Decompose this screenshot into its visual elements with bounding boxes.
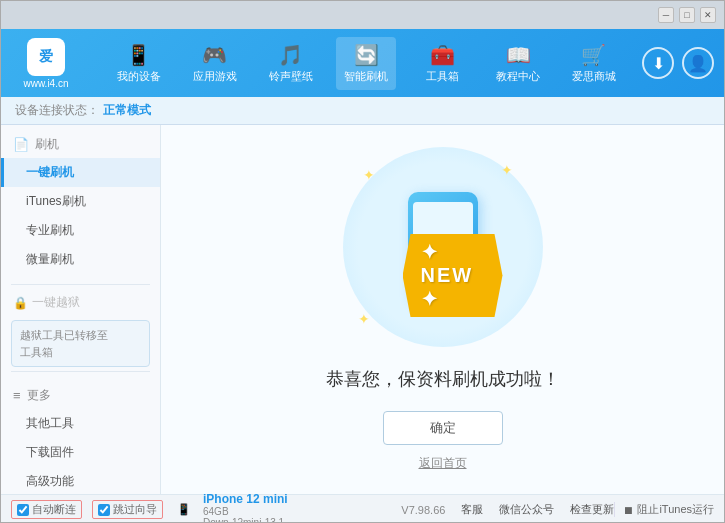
close-button[interactable]: ✕ bbox=[700, 7, 716, 23]
bottom-right: V7.98.66 客服 微信公众号 检查更新 bbox=[401, 502, 614, 517]
sidebar-other-tools-label: 其他工具 bbox=[26, 416, 74, 430]
toolbox-icon: 🧰 bbox=[430, 43, 455, 67]
support-link[interactable]: 客服 bbox=[461, 502, 483, 517]
title-bar: ─ □ ✕ bbox=[1, 1, 724, 29]
sidebar-micro-label: 微量刷机 bbox=[26, 252, 74, 266]
sidebar: 📄 刷机 一键刷机 iTunes刷机 专业刷机 微量刷机 🔒 bbox=[1, 125, 161, 494]
nav-device-label: 我的设备 bbox=[117, 69, 161, 84]
sidebar-item-download-firmware[interactable]: 下载固件 bbox=[1, 438, 160, 467]
nav-toolbox[interactable]: 🧰 工具箱 bbox=[412, 37, 472, 90]
sidebar-more-label: 更多 bbox=[27, 387, 51, 404]
sidebar-firmware-label: 下载固件 bbox=[26, 445, 74, 459]
nav-apps-games[interactable]: 🎮 应用游戏 bbox=[185, 37, 245, 90]
sidebar-item-pro[interactable]: 专业刷机 bbox=[1, 216, 160, 245]
sidebar-disabled-label: 一键越狱 bbox=[32, 294, 80, 311]
device-icon: 📱 bbox=[126, 43, 151, 67]
sidebar-more-section: ≡ 更多 其他工具 下载固件 高级功能 bbox=[1, 376, 160, 494]
auto-disconnect-label: 自动断连 bbox=[32, 502, 76, 517]
wechat-link[interactable]: 微信公众号 bbox=[499, 502, 554, 517]
sidebar-divider-2 bbox=[11, 371, 150, 372]
nav-my-device[interactable]: 📱 我的设备 bbox=[109, 37, 169, 90]
skip-wizard-label: 跳过向导 bbox=[113, 502, 157, 517]
device-status: 📱 iPhone 12 mini 64GB Down-12mini-13,1 bbox=[177, 492, 288, 524]
auto-disconnect-input[interactable] bbox=[17, 504, 29, 516]
more-section-icon: ≡ bbox=[13, 388, 21, 403]
sidebar-pro-label: 专业刷机 bbox=[26, 223, 74, 237]
nav-ringtone[interactable]: 🎵 铃声壁纸 bbox=[261, 37, 321, 90]
nav-tutorial[interactable]: 📖 教程中心 bbox=[488, 37, 548, 90]
header-nav: 爱 www.i4.cn 📱 我的设备 🎮 应用游戏 🎵 铃声壁纸 🔄 智能刷机 bbox=[1, 29, 724, 97]
sidebar-itunes-label: iTunes刷机 bbox=[26, 194, 86, 208]
device-info: iPhone 12 mini 64GB Down-12mini-13,1 bbox=[203, 492, 288, 524]
minimize-button[interactable]: ─ bbox=[658, 7, 674, 23]
content-area: ✦ ✦ ✦ ✦ NEW ✦ 恭喜您，保资料刷机 bbox=[161, 125, 724, 494]
logo: 爱 www.i4.cn bbox=[11, 38, 81, 89]
logo-icon: 爱 bbox=[27, 38, 65, 76]
skip-wizard-checkbox[interactable]: 跳过向导 bbox=[92, 500, 163, 519]
app-window: ─ □ ✕ 爱 www.i4.cn 📱 我的设备 🎮 应用游戏 🎵 铃声壁纸 bbox=[0, 0, 725, 523]
nav-toolbox-label: 工具箱 bbox=[426, 69, 459, 84]
ringtone-icon: 🎵 bbox=[278, 43, 303, 67]
store-icon: 🛒 bbox=[581, 43, 606, 67]
sidebar-item-other-tools[interactable]: 其他工具 bbox=[1, 409, 160, 438]
device-model: Down-12mini-13,1 bbox=[203, 517, 288, 524]
flash-section-icon: 📄 bbox=[13, 137, 29, 152]
flash-icon: 🔄 bbox=[354, 43, 379, 67]
user-button[interactable]: 👤 bbox=[682, 47, 714, 79]
status-bar: 设备连接状态： 正常模式 bbox=[1, 97, 724, 125]
status-label: 设备连接状态： bbox=[15, 102, 99, 119]
sidebar-advanced-label: 高级功能 bbox=[26, 474, 74, 488]
nav-items: 📱 我的设备 🎮 应用游戏 🎵 铃声壁纸 🔄 智能刷机 🧰 工具箱 📖 bbox=[101, 37, 632, 90]
nav-ringtone-label: 铃声壁纸 bbox=[269, 69, 313, 84]
nav-istore[interactable]: 🛒 爱思商城 bbox=[564, 37, 624, 90]
version-text: V7.98.66 bbox=[401, 504, 445, 516]
nav-right-actions: ⬇ 👤 bbox=[642, 47, 714, 79]
apps-icon: 🎮 bbox=[202, 43, 227, 67]
confirm-button[interactable]: 确定 bbox=[383, 411, 503, 445]
download-button[interactable]: ⬇ bbox=[642, 47, 674, 79]
nav-tutorial-label: 教程中心 bbox=[496, 69, 540, 84]
device-storage: 64GB bbox=[203, 506, 288, 517]
sidebar-flash-label: 刷机 bbox=[35, 136, 59, 153]
sidebar-item-one-click[interactable]: 一键刷机 bbox=[1, 158, 160, 187]
status-value: 正常模式 bbox=[103, 102, 151, 119]
bottom-bar: 自动断连 跳过向导 📱 iPhone 12 mini 64GB Down-12m… bbox=[1, 494, 724, 523]
new-ribbon-text: ✦ NEW ✦ bbox=[403, 234, 503, 317]
sidebar-more-header[interactable]: ≡ 更多 bbox=[1, 382, 160, 409]
sidebar-item-itunes[interactable]: iTunes刷机 bbox=[1, 187, 160, 216]
sidebar-flash-header[interactable]: 📄 刷机 bbox=[1, 131, 160, 158]
stop-itunes-label: 阻止iTunes运行 bbox=[637, 502, 714, 517]
stop-itunes-section[interactable]: ⏹ 阻止iTunes运行 bbox=[614, 502, 714, 517]
back-to-home-link[interactable]: 返回首页 bbox=[419, 455, 467, 472]
device-name: iPhone 12 mini bbox=[203, 492, 288, 506]
check-update-link[interactable]: 检查更新 bbox=[570, 502, 614, 517]
sidebar-disabled-jailbreak: 🔒 一键越狱 bbox=[1, 289, 160, 316]
sparkle-3: ✦ bbox=[358, 311, 370, 327]
circle-background: ✦ ✦ ✦ ✦ NEW ✦ bbox=[343, 147, 543, 347]
success-illustration: ✦ ✦ ✦ ✦ NEW ✦ bbox=[343, 147, 543, 347]
nav-smart-flash[interactable]: 🔄 智能刷机 bbox=[336, 37, 396, 90]
device-icon-small: 📱 bbox=[177, 503, 191, 516]
sidebar-divider-1 bbox=[11, 284, 150, 285]
lock-icon: 🔒 bbox=[13, 296, 28, 310]
sidebar-notice: 越狱工具已转移至工具箱 bbox=[11, 320, 150, 367]
nav-istore-label: 爱思商城 bbox=[572, 69, 616, 84]
logo-text: www.i4.cn bbox=[23, 78, 68, 89]
bottom-left: 自动断连 跳过向导 📱 iPhone 12 mini 64GB Down-12m… bbox=[11, 492, 401, 524]
main-layout: 📄 刷机 一键刷机 iTunes刷机 专业刷机 微量刷机 🔒 bbox=[1, 125, 724, 494]
sidebar-item-advanced[interactable]: 高级功能 bbox=[1, 467, 160, 494]
sparkle-2: ✦ bbox=[501, 162, 513, 178]
maximize-button[interactable]: □ bbox=[679, 7, 695, 23]
skip-wizard-input[interactable] bbox=[98, 504, 110, 516]
sidebar-one-click-label: 一键刷机 bbox=[26, 165, 74, 179]
success-message: 恭喜您，保资料刷机成功啦！ bbox=[326, 367, 560, 391]
new-badge: ✦ NEW ✦ bbox=[403, 234, 503, 317]
sidebar-notice-text: 越狱工具已转移至工具箱 bbox=[20, 329, 108, 358]
sidebar-flash-section: 📄 刷机 一键刷机 iTunes刷机 专业刷机 微量刷机 bbox=[1, 125, 160, 280]
auto-disconnect-checkbox[interactable]: 自动断连 bbox=[11, 500, 82, 519]
nav-flash-label: 智能刷机 bbox=[344, 69, 388, 84]
sparkle-1: ✦ bbox=[363, 167, 375, 183]
tutorial-icon: 📖 bbox=[506, 43, 531, 67]
sidebar-item-micro[interactable]: 微量刷机 bbox=[1, 245, 160, 274]
stop-icon: ⏹ bbox=[623, 504, 634, 516]
